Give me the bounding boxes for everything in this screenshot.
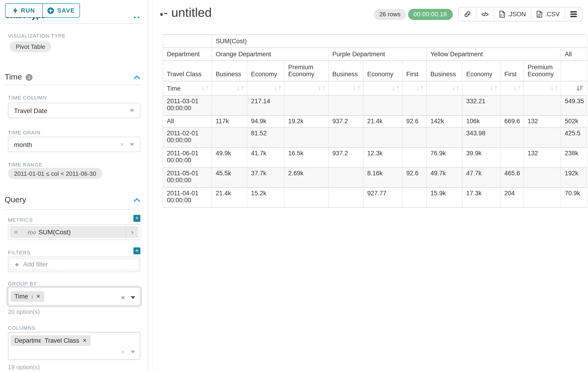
caret-down-icon (130, 109, 134, 112)
run-button[interactable]: RUN (6, 4, 42, 17)
remove-tag-icon[interactable]: ✕ (36, 293, 41, 299)
sort-header[interactable]: ↓↑ (402, 81, 427, 96)
sort-icon[interactable]: ↓↑ (391, 85, 399, 92)
travel-class-axis-label: Travel Class (163, 61, 212, 81)
add-filter-placeholder: Add filter (23, 261, 48, 268)
save-button[interactable]: SAVE (42, 4, 80, 17)
time-section-title: Time i (5, 73, 32, 82)
metric-header-row: SUM(Cost) (163, 35, 587, 48)
view-query-button[interactable]: </> (476, 7, 494, 21)
save-button-label: SAVE (57, 7, 75, 14)
code-icon: </> (481, 11, 488, 17)
caret-down-icon (130, 143, 134, 146)
table-row: 2011-04-01 00:00:00 21.4k15.2k927.7715.9… (163, 188, 587, 208)
columns-tag-travel-class[interactable]: Travel Class ✕ (41, 335, 90, 346)
chart-title[interactable]: - untitled (164, 6, 212, 20)
export-json-label: .JSON (507, 11, 526, 18)
time-grain-value: month (8, 141, 120, 148)
export-csv-button[interactable]: .CSV (531, 7, 565, 21)
sort-header-active[interactable] (561, 81, 587, 96)
sort-icon[interactable]: ↓↑ (236, 85, 244, 92)
clear-icon[interactable]: × (121, 348, 125, 356)
collapse-chevron-icon[interactable] (133, 198, 140, 202)
sort-header[interactable]: ↓↑ (500, 81, 524, 96)
add-filter-button[interactable]: + (133, 247, 140, 254)
sort-header[interactable]: ↓↑ (247, 81, 284, 96)
action-button-bar: RUN SAVE (0, 0, 148, 17)
col-header: First (402, 61, 427, 81)
chart-panel: - untitled 26 rows 00:00:00.18 </> .JSON… (163, 0, 588, 372)
sort-icon[interactable]: ↓↑ (489, 85, 497, 92)
menu-button[interactable] (565, 7, 582, 21)
sort-icon[interactable]: ↓↑ (549, 85, 558, 92)
group-by-select[interactable]: Time i ✕ × (8, 287, 140, 306)
time-grain-select[interactable]: month × (8, 137, 140, 152)
caret-down-icon[interactable] (131, 296, 135, 299)
department-header-row: Department Orange Department Purple Depa… (163, 48, 587, 61)
department-axis-label: Department (163, 48, 212, 61)
collapse-chevron-icon[interactable] (133, 75, 140, 80)
clear-icon[interactable]: × (120, 141, 124, 148)
col-header: Business (212, 61, 247, 81)
sort-header[interactable]: ↓↑ (462, 81, 500, 96)
sort-icon[interactable]: ↓↑ (317, 85, 325, 92)
col-header (561, 61, 587, 81)
time-column-value: Travel Date (8, 107, 130, 114)
section-divider (5, 23, 140, 24)
section-divider (5, 209, 140, 210)
sort-header[interactable]: ↓↑ (284, 81, 328, 96)
info-icon[interactable]: i (26, 74, 32, 81)
sort-header[interactable]: ↓↑ (328, 81, 363, 96)
sort-icon[interactable]: ↓↑ (352, 85, 360, 92)
row-label: 2011-04-01 00:00:00 (163, 188, 212, 208)
section-divider (5, 85, 140, 85)
run-button-label: RUN (21, 7, 35, 14)
info-icon[interactable]: i (31, 293, 33, 300)
sort-icon[interactable]: ↓↑ (273, 85, 281, 92)
panel-resize-handle[interactable] (160, 13, 163, 16)
sort-icon[interactable]: ↓↑ (512, 85, 521, 92)
travel-class-header-row: Travel Class Business Economy Premium Ec… (163, 61, 587, 81)
time-grain-label: TIME GRAIN (8, 130, 41, 135)
col-header: First (500, 61, 524, 81)
panel-splitter[interactable] (148, 0, 153, 372)
col-header: Economy (247, 61, 284, 81)
col-group-yellow-department: Yellow Department (427, 48, 561, 61)
add-filter-dropzone[interactable]: + Add filter (10, 258, 138, 270)
sort-header[interactable]: ↓↑ (363, 81, 402, 96)
time-axis-sort-header[interactable]: Time↓↑ (163, 81, 212, 96)
metric-pill[interactable]: ✕ ƒ(x) SUM(Cost) › (10, 226, 138, 238)
columns-select[interactable]: Department ✕ Travel Class ✕ × (8, 332, 140, 360)
remove-metric-icon[interactable]: ✕ (10, 226, 23, 238)
caret-down-icon[interactable] (131, 350, 135, 353)
hamburger-icon (570, 11, 577, 17)
row-label: 2011-02-01 00:00:00 (163, 128, 212, 148)
group-by-tag-time[interactable]: Time i ✕ (11, 291, 44, 302)
row-label: 2011-06-01 00:00:00 (163, 148, 212, 168)
sort-descending-icon[interactable] (576, 85, 583, 91)
sort-header[interactable]: ↓↑ (427, 81, 462, 96)
clear-icon[interactable]: × (121, 293, 125, 301)
expand-metric-icon[interactable]: › (126, 226, 138, 238)
visualization-type-pill[interactable]: Pivot Table (10, 41, 51, 52)
sort-icon[interactable]: ↓↑ (451, 85, 459, 92)
lightning-icon (13, 7, 17, 14)
query-timer-badge: 00:00:00.18 (408, 9, 452, 20)
add-metric-button[interactable]: + (133, 215, 140, 222)
sort-header[interactable]: ↓↑ (524, 81, 561, 96)
table-row: 2011-02-01 00:00:00 81.52343.98425.5 (163, 128, 587, 148)
control-panel-sidebar: Chart Type RUN SAVE VISUALIZATION TYPE P… (0, 0, 148, 372)
remove-tag-icon[interactable]: ✕ (83, 338, 87, 344)
time-range-pill[interactable]: 2011-01-01 ≤ col < 2011-06-30 (8, 168, 102, 179)
export-json-button[interactable]: .JSON (494, 7, 531, 21)
sort-icon[interactable]: ↓↑ (200, 85, 209, 92)
row-count-badge: 26 rows (374, 9, 406, 20)
sort-header[interactable]: ↓↑ (212, 81, 247, 96)
table-row: 2011-03-01 00:00:00 217.14332.21549.35 (163, 96, 587, 116)
export-toolbar: </> .JSON .CSV (458, 7, 582, 21)
table-row: 2011-05-01 00:00:00 45.5k37.7k2.69k8.16k… (163, 168, 587, 188)
share-link-button[interactable] (459, 7, 476, 21)
pivot-table: SUM(Cost) Department Orange Department P… (163, 34, 587, 208)
sort-icon[interactable]: ↓↑ (415, 85, 423, 92)
time-column-select[interactable]: Travel Date (8, 103, 140, 118)
